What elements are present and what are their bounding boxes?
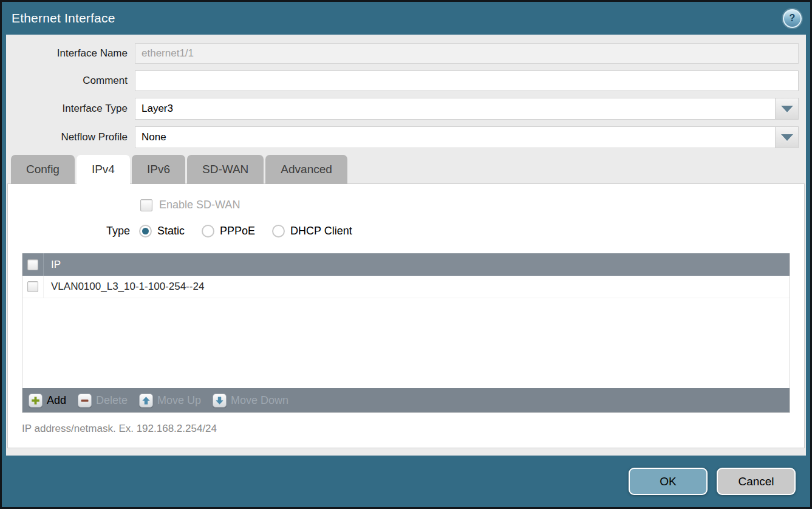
titlebar: Ethernet Interface ? [2, 2, 810, 35]
comment-label: Comment [13, 75, 135, 87]
move-up-button: Move Up [139, 394, 201, 408]
dialog-footer: OK Cancel [2, 456, 810, 507]
header-check-cell [22, 253, 44, 276]
radio-pppoe[interactable]: PPPoE [202, 225, 255, 237]
type-label: Type [8, 225, 130, 237]
table-row[interactable]: VLAN0100_L3_10-1-100-254--24 [22, 276, 790, 298]
radio-dhcp-client-label: DHCP Client [290, 225, 352, 237]
radio-dhcp-client[interactable]: DHCP Client [272, 225, 352, 237]
select-all-checkbox[interactable] [27, 259, 38, 270]
interface-type-row: Interface Type Layer3 [13, 98, 799, 120]
delete-button-label: Delete [96, 394, 128, 407]
add-button-label: Add [47, 394, 66, 407]
move-down-button-label: Move Down [231, 394, 288, 407]
cancel-button[interactable]: Cancel [717, 468, 796, 495]
chevron-down-icon [781, 106, 793, 112]
plus-icon [29, 394, 43, 408]
interface-name-label: Interface Name [13, 47, 135, 60]
tab-sdwan[interactable]: SD-WAN [187, 155, 264, 184]
netflow-profile-select[interactable]: None [135, 126, 799, 148]
add-button[interactable]: Add [29, 394, 66, 408]
ip-table-body: VLAN0100_L3_10-1-100-254--24 [22, 276, 790, 388]
tab-advanced[interactable]: Advanced [265, 155, 347, 184]
netflow-profile-label: Netflow Profile [13, 131, 135, 143]
tab-ipv6[interactable]: IPv6 [132, 155, 185, 184]
minus-icon [78, 394, 92, 408]
dialog-body: Interface Name Comment Interface Type La… [6, 35, 806, 456]
column-header-ip: IP [44, 253, 61, 276]
interface-type-value: Layer3 [135, 98, 775, 119]
help-icon[interactable]: ? [783, 9, 802, 28]
dialog-title: Ethernet Interface [12, 11, 115, 26]
ip-table-toolbar: Add Delete Move Up [22, 388, 790, 412]
tab-config[interactable]: Config [11, 155, 75, 184]
row-checkbox[interactable] [27, 281, 38, 292]
ip-format-hint: IP address/netmask. Ex. 192.168.2.254/24 [22, 423, 804, 435]
radio-button-icon [272, 225, 285, 237]
enable-sdwan-label: Enable SD-WAN [159, 199, 240, 211]
radio-pppoe-label: PPPoE [220, 225, 255, 237]
type-row: Type Static PPPoE DHCP Client [8, 225, 804, 237]
move-down-button: Move Down [213, 394, 288, 408]
ip-table-header: IP [22, 253, 790, 276]
tab-bar: Config IPv4 IPv6 SD-WAN Advanced [11, 155, 806, 184]
delete-button: Delete [78, 394, 128, 408]
enable-sdwan-row: Enable SD-WAN [140, 199, 804, 211]
move-up-button-label: Move Up [157, 394, 201, 407]
ok-button[interactable]: OK [629, 468, 708, 495]
netflow-profile-row: Netflow Profile None [13, 126, 799, 148]
interface-name-field [135, 43, 799, 64]
row-check-cell [22, 276, 44, 298]
radio-button-icon [202, 225, 214, 237]
radio-static-label: Static [157, 225, 185, 237]
comment-field[interactable] [135, 70, 799, 91]
chevron-down-icon [781, 134, 793, 141]
ipv4-panel: Enable SD-WAN Type Static PPPoE DHCP Cli… [7, 183, 805, 448]
interface-name-row: Interface Name [13, 43, 799, 64]
comment-row: Comment [13, 70, 799, 91]
interface-type-select[interactable]: Layer3 [135, 98, 799, 120]
arrow-up-icon [139, 394, 153, 408]
ip-table: IP VLAN0100_L3_10-1-100-254--24 [22, 253, 790, 413]
ip-cell: VLAN0100_L3_10-1-100-254--24 [44, 276, 204, 298]
interface-type-label: Interface Type [13, 103, 135, 115]
tab-ipv4[interactable]: IPv4 [77, 155, 130, 184]
arrow-down-icon [213, 394, 227, 408]
radio-button-icon [139, 225, 152, 237]
netflow-profile-dropdown-button[interactable] [775, 127, 798, 148]
interface-type-dropdown-button[interactable] [775, 98, 798, 119]
enable-sdwan-checkbox [140, 199, 152, 211]
radio-static[interactable]: Static [139, 225, 185, 237]
ethernet-interface-dialog: Ethernet Interface ? Interface Name Comm… [0, 0, 812, 509]
netflow-profile-value: None [135, 127, 775, 148]
